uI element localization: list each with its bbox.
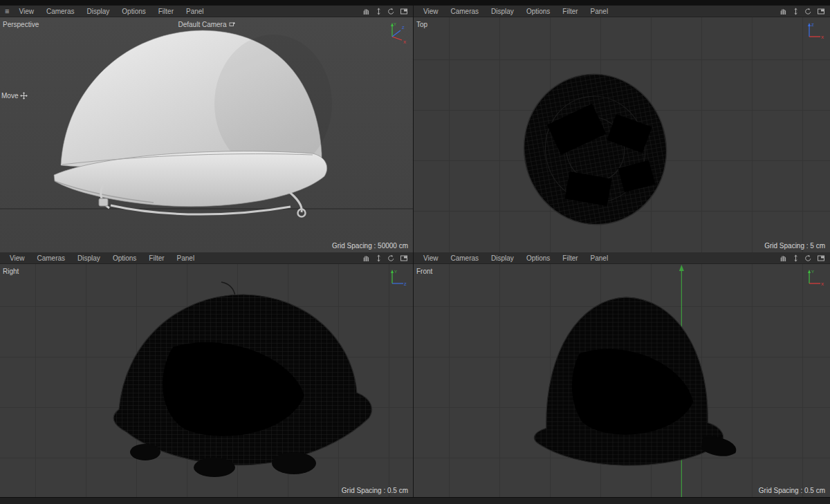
viewport-menu-icon[interactable]: ≡ [5, 7, 9, 15]
dolly-zoom-icon[interactable] [375, 254, 382, 262]
viewport-label: Top [416, 21, 427, 28]
viewport-label: Perspective [3, 21, 39, 28]
svg-text:Y: Y [811, 270, 814, 274]
menu-options[interactable]: Options [520, 8, 556, 15]
rotate-view-icon[interactable] [804, 8, 812, 15]
menu-options[interactable]: Options [107, 254, 142, 262]
menu-view[interactable]: View [12, 8, 40, 15]
menu-options[interactable]: Options [116, 8, 151, 15]
viewport-tools [780, 8, 827, 15]
viewport-front: View Cameras Display Options Filter Pane… [413, 252, 830, 497]
viewport-canvas-right[interactable]: Right Y Z Grid Spacing : 0.5 cm [0, 264, 413, 497]
menu-display[interactable]: Display [485, 254, 520, 262]
helmet-wireframe-top [414, 17, 830, 252]
svg-text:X: X [403, 40, 406, 44]
grid-spacing-label: Grid Spacing : 0.5 cm [759, 487, 825, 494]
axis-gizmo: Z X [802, 20, 826, 45]
viewport-grid: ≡ View Cameras Display Options Filter Pa… [0, 6, 830, 497]
viewport-canvas-top[interactable]: Top Z X Grid Spacing : 5 cm [414, 17, 830, 252]
maximize-viewport-icon[interactable] [817, 8, 825, 15]
menu-cameras[interactable]: Cameras [445, 254, 486, 262]
menu-display[interactable]: Display [71, 254, 107, 262]
viewport-menubar: View Cameras Display Options Filter Pane… [414, 6, 830, 17]
helmet-shaded-render [0, 17, 413, 252]
viewport-top: View Cameras Display Options Filter Pane… [413, 6, 830, 252]
camera-label-text: Default Camera [178, 21, 226, 28]
menu-filter[interactable]: Filter [152, 8, 180, 15]
svg-text:X: X [821, 282, 824, 286]
c4d-viewport-window: ≡ View Cameras Display Options Filter Pa… [0, 0, 830, 504]
camera-label[interactable]: Default Camera [178, 21, 234, 28]
pan-hand-icon[interactable] [362, 8, 370, 15]
menu-cameras[interactable]: Cameras [40, 8, 81, 15]
menu-panel[interactable]: Panel [171, 254, 201, 262]
maximize-viewport-icon[interactable] [400, 254, 408, 262]
move-cursor-icon [20, 92, 28, 100]
menu-filter[interactable]: Filter [556, 254, 584, 262]
svg-text:Z: Z [811, 23, 814, 27]
svg-text:Z: Z [402, 26, 405, 30]
viewport-menubar: View Cameras Display Options Filter Pane… [414, 252, 830, 264]
menu-cameras[interactable]: Cameras [31, 254, 72, 262]
maximize-viewport-icon[interactable] [817, 254, 825, 262]
menu-panel[interactable]: Panel [584, 8, 615, 15]
menu-cameras[interactable]: Cameras [445, 8, 486, 15]
viewport-label: Right [3, 268, 19, 275]
menu-panel[interactable]: Panel [584, 254, 615, 262]
axis-gizmo: Y X Z [385, 20, 409, 45]
pan-hand-icon[interactable] [362, 254, 370, 262]
viewport-tools [780, 254, 827, 262]
rotate-view-icon[interactable] [387, 254, 395, 262]
viewport-tools [362, 8, 409, 15]
svg-text:Y: Y [394, 270, 397, 274]
grid-spacing-label: Grid Spacing : 50000 cm [332, 242, 408, 250]
axis-gizmo: Y X [802, 267, 826, 292]
menu-view[interactable]: View [3, 254, 31, 262]
dolly-zoom-icon[interactable] [375, 8, 382, 15]
pan-hand-icon[interactable] [780, 254, 787, 262]
viewport-canvas-front[interactable]: Front Y X Grid Spacing : 0.5 cm [414, 264, 830, 497]
dolly-zoom-icon[interactable] [792, 8, 800, 15]
helmet-wireframe-right [0, 264, 413, 497]
viewport-right: View Cameras Display Options Filter Pane… [0, 252, 413, 497]
helmet-wireframe-front [414, 264, 830, 497]
menu-view[interactable]: View [417, 8, 445, 15]
svg-text:Z: Z [404, 282, 407, 286]
menu-display[interactable]: Display [485, 8, 520, 15]
axis-gizmo: Y Z [385, 267, 409, 292]
camera-swap-icon [229, 21, 235, 28]
rotate-view-icon[interactable] [804, 254, 812, 262]
viewport-canvas-perspective[interactable]: Perspective Default Camera Move Y X Z [0, 17, 413, 252]
menu-filter[interactable]: Filter [142, 254, 170, 262]
menu-filter[interactable]: Filter [556, 8, 584, 15]
grid-spacing-label: Grid Spacing : 5 cm [764, 242, 825, 250]
window-top-strip [0, 0, 830, 6]
maximize-viewport-icon[interactable] [400, 8, 408, 15]
window-bottom-strip [0, 497, 830, 504]
grid-spacing-label: Grid Spacing : 0.5 cm [342, 487, 408, 494]
svg-text:Y: Y [394, 22, 396, 26]
viewport-perspective: ≡ View Cameras Display Options Filter Pa… [0, 6, 413, 252]
menu-display[interactable]: Display [81, 8, 116, 15]
viewport-menubar: View Cameras Display Options Filter Pane… [0, 252, 413, 264]
menu-options[interactable]: Options [520, 254, 556, 262]
move-tool-hint: Move [1, 92, 28, 100]
menu-view[interactable]: View [417, 254, 445, 262]
svg-text:X: X [821, 35, 824, 39]
menu-panel[interactable]: Panel [180, 8, 210, 15]
viewport-menubar: ≡ View Cameras Display Options Filter Pa… [0, 6, 413, 17]
pan-hand-icon[interactable] [780, 8, 787, 15]
rotate-view-icon[interactable] [387, 8, 395, 15]
viewport-tools [362, 254, 409, 262]
dolly-zoom-icon[interactable] [792, 254, 800, 262]
viewport-label: Front [416, 268, 432, 275]
move-tool-hint-text: Move [1, 92, 18, 100]
